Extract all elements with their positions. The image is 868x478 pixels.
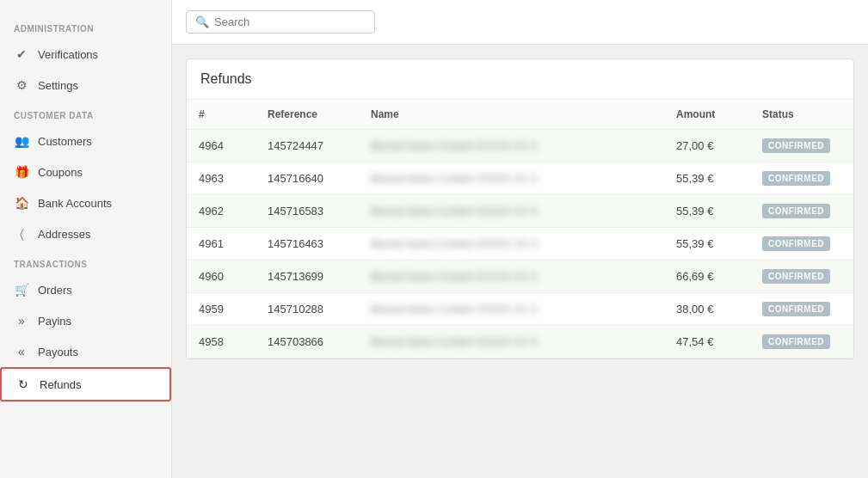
cell-id: 4964 xyxy=(187,130,255,162)
col-header-status: Status xyxy=(750,100,853,130)
sidebar-item-verifications[interactable]: ✔Verifications xyxy=(0,39,171,70)
status-badge: CONFIRMED xyxy=(762,334,830,349)
cell-name: Blurred Name Content XXXXX XX X. xyxy=(359,195,664,228)
refunds-panel: Refunds #ReferenceNameAmountStatus 49641… xyxy=(186,58,854,359)
sidebar-item-bank-accounts[interactable]: 🏠Bank Accounts xyxy=(0,187,171,218)
table-row[interactable]: 4960145713699Blurred Name Content XXXXX … xyxy=(187,260,853,293)
addresses-icon: 〈 xyxy=(14,226,29,242)
settings-icon: ⚙ xyxy=(14,77,29,93)
sidebar-item-coupons[interactable]: 🎁Coupons xyxy=(0,156,171,187)
sidebar-item-label-coupons: Coupons xyxy=(38,166,83,179)
cell-amount: 27,00 € xyxy=(664,130,750,162)
sidebar-item-label-refunds: Refunds xyxy=(40,378,81,391)
cell-status: CONFIRMED xyxy=(750,195,853,228)
cell-status: CONFIRMED xyxy=(750,162,853,195)
cell-reference: 145710288 xyxy=(255,293,359,326)
table-row[interactable]: 4963145716640Blurred Name Content XXXXX … xyxy=(187,162,853,195)
cell-amount: 38,00 € xyxy=(664,293,750,326)
sidebar-item-label-settings: Settings xyxy=(38,79,78,92)
sidebar-item-label-customers: Customers xyxy=(38,135,92,148)
cell-amount: 47,54 € xyxy=(664,326,750,358)
cell-reference: 145713699 xyxy=(255,260,359,293)
cell-name: Blurred Name Content XXXXX XX X. xyxy=(359,162,664,195)
main-content: 🔍 Refunds #ReferenceNameAmountStatus 496… xyxy=(172,0,868,478)
cell-status: CONFIRMED xyxy=(750,293,853,326)
search-bar: 🔍 xyxy=(172,0,868,45)
sidebar-item-label-payins: Payins xyxy=(38,315,71,328)
cell-amount: 55,39 € xyxy=(664,162,750,195)
payins-icon: » xyxy=(14,313,29,328)
sidebar-section-label: ADMINISTRATION xyxy=(0,14,171,39)
cell-name: Blurred Name Content XXXXX XX X. xyxy=(359,326,664,358)
cell-status: CONFIRMED xyxy=(750,228,853,260)
cell-reference: 145716463 xyxy=(255,228,359,260)
sidebar-item-orders[interactable]: 🛒Orders xyxy=(0,274,171,305)
table-row[interactable]: 4964145724447Blurred Name Content XXXXX … xyxy=(187,130,853,162)
col-header-#: # xyxy=(187,100,255,130)
orders-icon: 🛒 xyxy=(14,282,29,297)
search-wrapper[interactable]: 🔍 xyxy=(186,10,375,34)
cell-status: CONFIRMED xyxy=(750,326,853,358)
cell-id: 4959 xyxy=(187,293,255,326)
sidebar-item-label-orders: Orders xyxy=(38,284,72,297)
sidebar-section-label: CUSTOMER DATA xyxy=(0,101,171,126)
coupons-icon: 🎁 xyxy=(14,164,29,180)
sidebar-section-label: TRANSACTIONS xyxy=(0,249,171,274)
cell-id: 4961 xyxy=(187,228,255,260)
sidebar-item-label-verifications: Verifications xyxy=(38,48,98,61)
search-input[interactable] xyxy=(214,15,366,28)
cell-id: 4960 xyxy=(187,260,255,293)
cell-id: 4963 xyxy=(187,162,255,195)
col-header-reference: Reference xyxy=(255,100,359,130)
status-badge: CONFIRMED xyxy=(762,236,830,251)
col-header-name: Name xyxy=(359,100,664,130)
panel-title: Refunds xyxy=(187,59,853,100)
cell-reference: 145724447 xyxy=(255,130,359,162)
sidebar-item-label-bank-accounts: Bank Accounts xyxy=(38,197,112,210)
sidebar-item-customers[interactable]: 👥Customers xyxy=(0,126,171,156)
content-area: Refunds #ReferenceNameAmountStatus 49641… xyxy=(172,45,868,478)
cell-amount: 66,69 € xyxy=(664,260,750,293)
status-badge: CONFIRMED xyxy=(762,171,830,186)
sidebar-item-label-addresses: Addresses xyxy=(38,228,90,241)
sidebar: ADMINISTRATION✔Verifications⚙SettingsCUS… xyxy=(0,0,172,478)
sidebar-item-addresses[interactable]: 〈Addresses xyxy=(0,218,171,249)
search-icon: 🔍 xyxy=(195,15,209,28)
customers-icon: 👥 xyxy=(14,133,29,149)
cell-name: Blurred Name Content XXXXX XX X. xyxy=(359,130,664,162)
cell-id: 4962 xyxy=(187,195,255,228)
sidebar-item-refunds[interactable]: ↻Refunds xyxy=(0,367,171,401)
sidebar-item-payins[interactable]: »Payins xyxy=(0,305,171,336)
status-badge: CONFIRMED xyxy=(762,204,830,218)
table-row[interactable]: 4961145716463Blurred Name Content XXXXX … xyxy=(187,228,853,260)
verifications-icon: ✔ xyxy=(14,46,29,62)
cell-name: Blurred Name Content XXXXX XX X. xyxy=(359,260,664,293)
cell-id: 4958 xyxy=(187,326,255,358)
sidebar-item-settings[interactable]: ⚙Settings xyxy=(0,70,171,101)
cell-amount: 55,39 € xyxy=(664,195,750,228)
table-row[interactable]: 4962145716583Blurred Name Content XXXXX … xyxy=(187,195,853,228)
cell-reference: 145716640 xyxy=(255,162,359,195)
col-header-amount: Amount xyxy=(664,100,750,130)
cell-reference: 145716583 xyxy=(255,195,359,228)
cell-status: CONFIRMED xyxy=(750,260,853,293)
cell-reference: 145703866 xyxy=(255,326,359,358)
status-badge: CONFIRMED xyxy=(762,302,830,316)
payouts-icon: « xyxy=(14,344,29,359)
refunds-icon: ↻ xyxy=(15,377,31,392)
bank-accounts-icon: 🏠 xyxy=(14,195,29,211)
refunds-table: #ReferenceNameAmountStatus 4964145724447… xyxy=(187,100,853,358)
table-row[interactable]: 4958145703866Blurred Name Content XXXXX … xyxy=(187,326,853,358)
cell-amount: 55,39 € xyxy=(664,228,750,260)
sidebar-item-label-payouts: Payouts xyxy=(38,346,78,358)
cell-name: Blurred Name Content XXXXX XX X. xyxy=(359,228,664,260)
cell-status: CONFIRMED xyxy=(750,130,853,162)
sidebar-item-payouts[interactable]: «Payouts xyxy=(0,336,171,367)
status-badge: CONFIRMED xyxy=(762,138,830,153)
status-badge: CONFIRMED xyxy=(762,269,830,284)
table-row[interactable]: 4959145710288Blurred Name Content XXXXX … xyxy=(187,293,853,326)
cell-name: Blurred Name Content XXXXX XX X. xyxy=(359,293,664,326)
